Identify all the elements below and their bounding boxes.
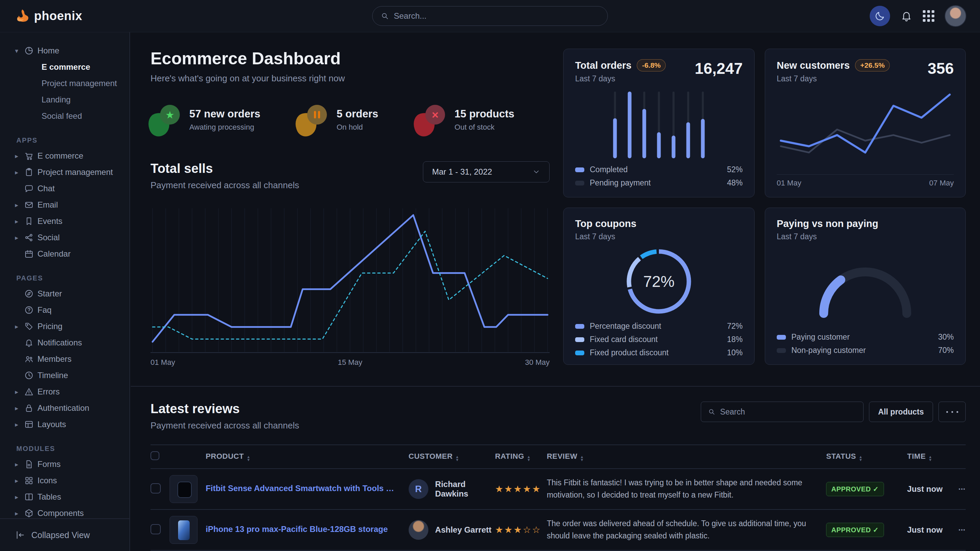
x-tick-label: 01 May xyxy=(777,179,801,187)
sidebar-item-label: Tables xyxy=(37,492,61,502)
kpi-card-grid: Total orders -6.8% Last 7 days 16,247 Co… xyxy=(563,49,966,368)
column-header-product[interactable]: PRODUCT▲▼ xyxy=(206,445,409,468)
grid-icon xyxy=(24,475,34,486)
row-menu-icon[interactable]: ••• xyxy=(959,527,966,533)
reviews-menu-button[interactable] xyxy=(939,402,966,422)
row-checkbox[interactable] xyxy=(151,483,161,494)
row-menu-icon[interactable]: ••• xyxy=(959,486,966,492)
caret-right-icon: ▸ xyxy=(15,168,24,176)
total-orders-badge: -6.8% xyxy=(637,59,666,71)
column-header-review[interactable]: REVIEW▲▼ xyxy=(547,445,826,468)
sidebar-item-authentication[interactable]: ▸Authentication xyxy=(0,400,129,416)
sidebar-item-calendar[interactable]: Calendar xyxy=(0,246,129,262)
legend-row: Fixed card discount18% xyxy=(575,335,743,344)
column-header-rating[interactable]: RATING▲▼ xyxy=(495,445,547,468)
sidebar-subitem-social-feed[interactable]: Social feed xyxy=(0,108,129,124)
caret-right-icon: ▸ xyxy=(15,421,24,429)
sidebar-item-timeline[interactable]: Timeline xyxy=(0,367,129,384)
legend-value: 70% xyxy=(938,346,954,355)
sidebar-item-label: Layouts xyxy=(37,420,66,429)
page-title: Ecommerce Dashboard xyxy=(151,49,550,68)
status-badge: APPROVED ✓ xyxy=(826,523,884,537)
legend-swatch xyxy=(575,324,584,329)
select-all-checkbox[interactable] xyxy=(151,451,159,460)
stat-value: 15 products xyxy=(455,108,514,120)
paying-period: Last 7 days xyxy=(777,232,878,241)
sidebar-item-label: Pricing xyxy=(37,322,62,331)
caret-right-icon: ▸ xyxy=(15,218,24,225)
review-text: This Fitbit is fantastic! I was trying t… xyxy=(547,477,816,501)
reviews-search-input[interactable] xyxy=(720,407,856,416)
column-header-status[interactable]: STATUS▲▼ xyxy=(826,445,907,468)
theme-toggle-button[interactable] xyxy=(870,6,890,26)
sidebar-subitem-e-commerce[interactable]: E commerce xyxy=(0,59,129,75)
sidebar-item-faq[interactable]: Faq xyxy=(0,302,129,318)
status-badge: APPROVED ✓ xyxy=(826,482,884,496)
row-checkbox[interactable] xyxy=(151,524,161,534)
legend-label: Fixed card discount xyxy=(590,335,657,344)
sidebar-item-layouts[interactable]: ▸Layouts xyxy=(0,416,129,433)
search-icon xyxy=(708,408,716,416)
sidebar-item-members[interactable]: Members xyxy=(0,351,129,367)
top-coupons-donut-chart: 72% xyxy=(575,241,743,322)
column-header-customer[interactable]: CUSTOMER▲▼ xyxy=(409,445,495,468)
legend-label: Completed xyxy=(590,165,628,174)
sidebar-item-notifications[interactable]: Notifications xyxy=(0,335,129,351)
new-customers-card: New customers +26.5% Last 7 days 356 01 … xyxy=(765,49,966,197)
all-products-button[interactable]: All products xyxy=(869,402,933,422)
sidebar-item-events[interactable]: ▸Events xyxy=(0,213,129,229)
legend-value: 10% xyxy=(727,348,743,357)
sidebar-subitem-project-management[interactable]: Project management xyxy=(0,75,129,92)
moon-icon xyxy=(875,11,885,21)
brand[interactable]: phoenix xyxy=(14,8,83,24)
search-input[interactable] xyxy=(394,11,599,21)
stat-blob: ★ xyxy=(151,105,180,135)
sidebar-item-e-commerce[interactable]: ▸E commerce xyxy=(0,148,129,164)
lock-icon xyxy=(24,403,34,413)
user-avatar[interactable] xyxy=(945,5,966,27)
date-range-select[interactable]: Mar 1 - 31, 2022 xyxy=(423,161,550,183)
warning-icon xyxy=(24,387,34,397)
sidebar-subitem-landing[interactable]: Landing xyxy=(0,92,129,108)
reviews-search[interactable] xyxy=(701,402,864,422)
sidebar-item-pricing[interactable]: ▸Pricing xyxy=(0,318,129,335)
paying-card: Paying vs non paying Last 7 days Paying … xyxy=(765,208,966,365)
apps-grid-icon[interactable] xyxy=(923,10,934,22)
global-search[interactable] xyxy=(372,6,608,26)
sidebar-item-tables[interactable]: ▸Tables xyxy=(0,489,129,505)
sidebar-item-components[interactable]: ▸Components xyxy=(0,505,129,518)
collapse-view-button[interactable]: Collapsed View xyxy=(0,518,129,551)
total-orders-period: Last 7 days xyxy=(575,74,666,83)
sidebar-item-label: Email xyxy=(37,200,58,210)
form-icon xyxy=(24,459,34,469)
sort-icon: ▲▼ xyxy=(859,456,862,462)
page-subtitle: Here's what's going on at your business … xyxy=(151,73,550,84)
sidebar-item-forms[interactable]: ▸Forms xyxy=(0,456,129,472)
pause-icon xyxy=(307,105,327,125)
new-customers-x-axis: 01 May07 May xyxy=(777,179,954,187)
sidebar-item-email[interactable]: ▸Email xyxy=(0,197,129,213)
date-range-value: Mar 1 - 31, 2022 xyxy=(432,167,492,177)
sidebar-item-label: Members xyxy=(37,354,72,364)
sidebar-item-chat[interactable]: Chat xyxy=(0,180,129,197)
product-link[interactable]: Fitbit Sense Advanced Smartwatch with To… xyxy=(206,484,396,493)
total-orders-legend: Completed52%Pending payment48% xyxy=(575,165,743,187)
product-link[interactable]: iPhone 13 pro max-Pacific Blue-128GB sto… xyxy=(206,524,388,534)
top-coupons-legend: Percentage discount72%Fixed card discoun… xyxy=(575,322,743,357)
reviews-subtitle: Payment received across all channels xyxy=(151,420,299,431)
caret-right-icon: ▸ xyxy=(15,493,24,501)
x-tick-label: 07 May xyxy=(929,179,954,187)
sidebar-item-starter[interactable]: Starter xyxy=(0,286,129,302)
donut-center-value: 72% xyxy=(643,272,675,291)
sidebar-item-icons[interactable]: ▸Icons xyxy=(0,472,129,489)
bell-icon[interactable] xyxy=(900,10,913,22)
legend-row: Percentage discount72% xyxy=(575,322,743,331)
paying-title: Paying vs non paying xyxy=(777,218,878,229)
sidebar-item-errors[interactable]: ▸Errors xyxy=(0,384,129,400)
stats-row: ★57 new ordersAwating processing5 orders… xyxy=(151,105,550,135)
sidebar-item-home[interactable]: ▾Home xyxy=(0,43,129,59)
sidebar-item-project-management[interactable]: ▸Project management xyxy=(0,164,129,180)
legend-label: Pending payment xyxy=(590,178,651,187)
column-header-time[interactable]: TIME▲▼ xyxy=(907,445,951,468)
sidebar-item-social[interactable]: ▸Social xyxy=(0,229,129,246)
